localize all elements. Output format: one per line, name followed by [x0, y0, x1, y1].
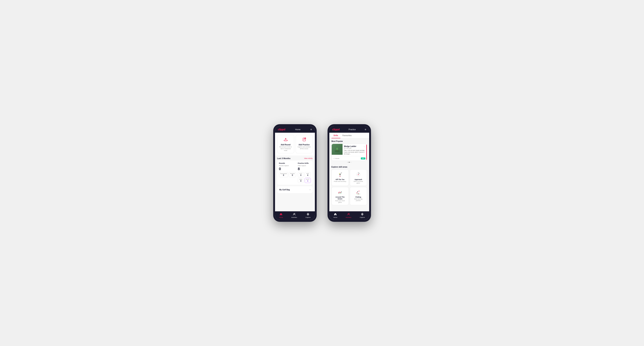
popular-title: Most Popular: [332, 140, 367, 142]
popular-section: Most Popular Wedge Ladder: [329, 139, 369, 165]
skill-putt-desc: Make and lag practice: [352, 198, 365, 201]
app-label: APP: [306, 173, 310, 174]
pink-accent: [366, 144, 367, 161]
tab-favourites[interactable]: Favourites: [340, 133, 354, 138]
skill-arg-desc: Hone your short game: [334, 200, 347, 203]
add-round-icon: [283, 137, 288, 143]
drills-capture-label: Drills Capture: [298, 165, 311, 167]
menu-icon[interactable]: ≡: [310, 128, 312, 131]
nav-home[interactable]: Home: [279, 213, 283, 218]
arg-label: ARG: [299, 179, 303, 180]
home-nav-icon: [280, 213, 282, 216]
rounds-row: Tournament 0 Practice 0: [279, 172, 296, 177]
golf-bag-row[interactable]: My Golf Bag ›: [277, 186, 313, 193]
putt-box: PUTT 4: [305, 178, 311, 183]
svg-point-0: [284, 140, 288, 141]
tournament-box: Tournament 0: [279, 172, 288, 177]
skill-section-title: Explore skill areas: [332, 166, 367, 168]
app-box: APP 4: [305, 172, 311, 177]
activities-nav-icon: [293, 213, 296, 216]
approach-icon: [355, 171, 362, 178]
practice-label: Practice: [290, 173, 294, 174]
phone-practice: clippd Practice ≡ Drills Favourites Most…: [328, 124, 371, 222]
ott-value: 0: [299, 174, 303, 176]
drill-image: [332, 144, 342, 155]
putting-icon: [355, 189, 362, 195]
rounds-col: Rounds Rounds Capture 0 Tournament 0 Pra…: [279, 162, 296, 183]
header-home: clippd Home ≡: [275, 126, 315, 133]
bottom-nav-home: Home Activities: [275, 211, 315, 220]
drill-shots: ○ 9 shots: [333, 158, 340, 159]
nav-capture[interactable]: Capture: [306, 213, 310, 218]
nav-capture-p[interactable]: Capture: [360, 213, 365, 218]
drills-title: Practice Drills: [298, 162, 311, 164]
activities-nav-label-p: Activities: [346, 217, 352, 218]
header-title: Home: [295, 128, 300, 131]
skill-around-green[interactable]: Around The Green Hone your short game: [332, 187, 349, 205]
tab-drills[interactable]: Drills: [332, 133, 340, 138]
skill-grid: Off The Tee Power and accuracy: [332, 170, 367, 205]
home-nav-label: Home: [279, 217, 283, 218]
tabs-bar: Drills Favourites: [329, 133, 369, 139]
rounds-title: Rounds: [279, 162, 296, 164]
header-practice: clippd Practice ≡: [329, 126, 369, 133]
chevron-right-icon: ›: [310, 188, 310, 191]
skill-approach[interactable]: Approach Dial-in to hit the green: [350, 170, 367, 186]
capture-nav-label: Capture: [306, 217, 310, 218]
drill-shots-count: 9 shots: [335, 158, 340, 159]
svg-line-20: [339, 173, 340, 174]
rounds-capture-value: 0: [279, 167, 296, 171]
drills-capture-value: 8: [298, 167, 311, 171]
capture-nav-icon-p: [361, 213, 364, 216]
dot-3: [350, 162, 351, 163]
add-practice-card[interactable]: Add Practice Capture your practice off-t…: [296, 135, 313, 153]
dot-2: [349, 162, 350, 163]
phone-home: clippd Home ≡ Add Round Record your: [273, 124, 317, 222]
add-round-desc: Record your shots in fast or enhanced mo…: [279, 146, 292, 151]
quick-actions: Add Round Record your shots in fast or e…: [275, 133, 315, 156]
add-round-title: Add Round: [281, 144, 290, 146]
around-green-icon: [337, 189, 343, 195]
nav-home-p[interactable]: Home: [334, 213, 337, 218]
dot-1: [347, 162, 348, 163]
logo-practice: clippd: [332, 128, 340, 131]
shots-icon: ○: [333, 158, 334, 159]
stats-card: Rounds Rounds Capture 0 Tournament 0 Pra…: [277, 161, 313, 185]
add-practice-desc: Capture your practice off-the-course: [297, 146, 311, 150]
add-round-card[interactable]: Add Round Record your shots in fast or e…: [277, 135, 294, 153]
app-value: 4: [306, 174, 310, 176]
practice-value: 0: [290, 174, 294, 176]
menu-practice-icon[interactable]: ≡: [365, 128, 366, 131]
drills-col: Practice Drills Drills Capture 8 OTT 0 A…: [298, 162, 311, 183]
favourite-star-icon[interactable]: ☆: [363, 145, 365, 148]
svg-line-41: [349, 213, 350, 213]
view-activity-link[interactable]: View Activity: [304, 158, 312, 159]
activity-section-header: Last 3 Months View Activity: [275, 156, 315, 161]
ott-label: OTT: [299, 173, 303, 174]
home-nav-label-p: Home: [334, 217, 337, 218]
drill-card[interactable]: Wedge Ladder 50–100 yds Play 1 shot at e…: [332, 144, 367, 161]
svg-point-45: [362, 214, 363, 215]
skill-ott-desc: Power and accuracy: [334, 180, 346, 182]
skill-ott-name: Off The Tee: [336, 178, 344, 180]
add-practice-icon: [302, 137, 307, 143]
home-content: Add Round Record your shots in fast or e…: [275, 133, 315, 211]
carousel-dots: [332, 161, 367, 164]
nav-activities[interactable]: Activities: [291, 213, 297, 218]
skill-off-the-tee[interactable]: Off The Tee Power and accuracy: [332, 170, 349, 186]
drill-card-inner: Wedge Ladder 50–100 yds Play 1 shot at e…: [332, 144, 367, 156]
activities-nav-label: Activities: [291, 217, 297, 218]
ott-box: OTT 0: [298, 172, 304, 177]
bottom-nav-practice: Home Activities: [329, 211, 369, 220]
capture-nav-label-p: Capture: [360, 217, 365, 218]
nav-activities-p[interactable]: Activities: [346, 213, 352, 218]
logo: clippd: [278, 128, 285, 131]
drill-desc: Play 1 shot at each target yardage. If y…: [344, 150, 365, 155]
svg-point-32: [340, 192, 341, 193]
svg-line-21: [340, 173, 342, 174]
skill-putting[interactable]: Putting Make and lag practice: [350, 187, 367, 205]
activity-title: Last 3 Months: [277, 157, 290, 160]
golf-bag-label: My Golf Bag: [279, 189, 290, 191]
app-badge: APP: [361, 158, 365, 160]
header-practice-title: Practice: [348, 128, 356, 131]
